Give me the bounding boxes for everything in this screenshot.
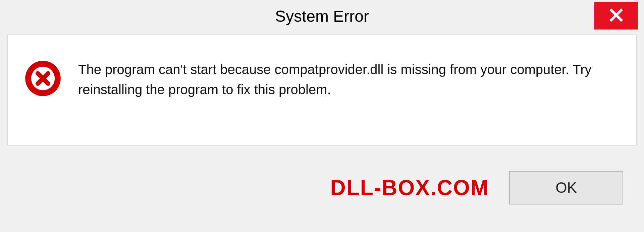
close-icon <box>609 8 624 24</box>
error-icon <box>24 60 61 98</box>
dialog-title: System Error <box>275 7 369 25</box>
dialog-footer: DLL-BOX.COM OK <box>7 146 637 230</box>
titlebar: System Error <box>0 0 644 32</box>
error-message: The program can't start because compatpr… <box>78 58 620 100</box>
close-button[interactable] <box>594 2 638 30</box>
dialog-body: The program can't start because compatpr… <box>7 34 637 146</box>
ok-button[interactable]: OK <box>509 171 623 205</box>
watermark-text: DLL-BOX.COM <box>330 175 489 200</box>
